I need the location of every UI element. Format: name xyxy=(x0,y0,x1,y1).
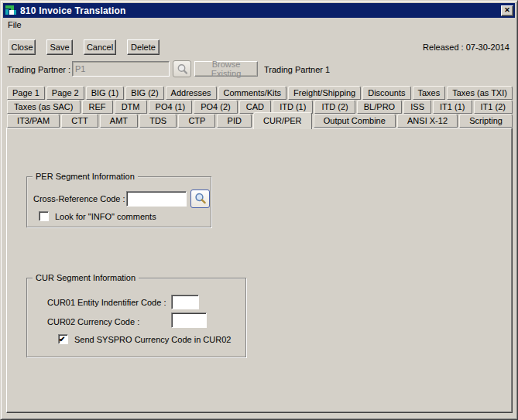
tab-big-2[interactable]: BIG (2) xyxy=(125,86,163,100)
tab-amt[interactable]: AMT xyxy=(100,114,138,128)
tab-ref[interactable]: REF xyxy=(82,100,113,114)
trading-partner-search-button[interactable] xyxy=(173,60,191,77)
per-segment-title: PER Segment Information xyxy=(33,172,138,181)
send-syspro-currency-checkbox[interactable] xyxy=(58,334,68,344)
tab-it3-pam[interactable]: IT3/PAM xyxy=(7,114,60,128)
send-syspro-currency-checkbox-label: Send SYSPRO Currency Code in CUR02 xyxy=(74,335,231,344)
cross-reference-code-label: Cross-Reference Code : xyxy=(33,194,125,203)
close-icon: ✕ xyxy=(504,7,510,14)
cur01-entity-identifier-label: CUR01 Entity Indentifier Code : xyxy=(47,298,166,307)
tab-output-combine[interactable]: Output Combine xyxy=(314,114,396,128)
tab-iss[interactable]: ISS xyxy=(403,100,431,114)
cur02-currency-code-input[interactable] xyxy=(171,312,207,328)
tab-page-2[interactable]: Page 2 xyxy=(46,86,84,100)
browse-existing-button[interactable]: Browse Existing xyxy=(194,61,258,77)
tab-row-1: Page 1Page 2BIG (1)BIG (2)AddressesComme… xyxy=(7,86,513,100)
released-date-label: Released : 07-30-2014 xyxy=(423,43,509,52)
tab-addresses[interactable]: Addresses xyxy=(166,86,217,100)
dialog-810-invoice-translation: 810 Invoice Translation ✕ File Close Sav… xyxy=(0,0,518,420)
magnifier-icon xyxy=(194,192,208,206)
close-button[interactable]: Close xyxy=(9,39,36,55)
save-button[interactable]: Save xyxy=(46,39,73,55)
tab-tds[interactable]: TDS xyxy=(139,114,177,128)
tab-ctt[interactable]: CTT xyxy=(61,114,98,128)
tab-it1-2[interactable]: IT1 (2) xyxy=(474,100,513,114)
trading-partner-label: Trading Partner : xyxy=(7,65,70,74)
cross-reference-code-input[interactable] xyxy=(126,191,187,207)
tab-po4-1[interactable]: PO4 (1) xyxy=(149,100,193,114)
tab-taxes-as-txi[interactable]: Taxes (as TXI) xyxy=(447,86,513,100)
tab-strip: Page 1Page 2BIG (1)BIG (2)AddressesComme… xyxy=(7,86,513,128)
tab-bl-pro[interactable]: BL/PRO xyxy=(357,100,402,114)
cross-reference-search-button[interactable] xyxy=(190,190,210,208)
tab-discounts[interactable]: Discounts xyxy=(362,86,410,100)
tab-dtm[interactable]: DTM xyxy=(115,100,147,114)
tab-po4-2[interactable]: PO4 (2) xyxy=(194,100,238,114)
trading-partner-input[interactable] xyxy=(72,61,170,77)
magnifier-icon xyxy=(176,63,189,76)
menu-bar: File xyxy=(4,19,26,32)
tab-it1-1[interactable]: IT1 (1) xyxy=(433,100,472,114)
delete-button[interactable]: Delete xyxy=(127,39,160,55)
tab-taxes[interactable]: Taxes xyxy=(413,86,446,100)
title-bar: 810 Invoice Translation ✕ xyxy=(3,3,515,18)
look-info-checkbox[interactable] xyxy=(39,211,49,221)
tab-freight-shipping[interactable]: Freight/Shipping xyxy=(288,86,361,100)
cancel-button[interactable]: Cancel xyxy=(84,39,116,55)
tab-cur-per[interactable]: CUR/PER xyxy=(253,112,312,129)
cur01-entity-identifier-input[interactable] xyxy=(171,295,199,309)
window-title: 810 Invoice Translation xyxy=(20,5,498,16)
tab-page-cur-per: PER Segment Information Cross-Reference … xyxy=(6,128,513,413)
cur-segment-groupbox: CUR Segment Information CUR01 Entity Ind… xyxy=(26,278,246,357)
tab-big-1[interactable]: BIG (1) xyxy=(86,86,124,100)
cur-segment-title: CUR Segment Information xyxy=(33,273,139,282)
close-window-button[interactable]: ✕ xyxy=(501,5,513,16)
tab-comments-kits[interactable]: Comments/Kits xyxy=(218,86,287,100)
tab-ansi-x-12[interactable]: ANSI X-12 xyxy=(397,114,458,128)
per-segment-groupbox: PER Segment Information Cross-Reference … xyxy=(26,176,211,227)
tab-pid[interactable]: PID xyxy=(217,114,252,128)
cur02-currency-code-label: CUR02 Currency Code : xyxy=(47,317,139,326)
trading-partner-name: Trading Partner 1 xyxy=(264,65,330,74)
look-info-checkbox-label: Look for "INFO" comments xyxy=(55,212,156,221)
tab-taxes-as-sac[interactable]: Taxes (as SAC) xyxy=(7,100,81,114)
menu-file[interactable]: File xyxy=(4,19,26,32)
app-icon xyxy=(5,5,17,17)
tab-page-1[interactable]: Page 1 xyxy=(7,86,45,100)
tab-scripting[interactable]: Scripting xyxy=(459,114,513,128)
tab-itd-2[interactable]: ITD (2) xyxy=(314,100,355,114)
tab-row-3: IT3/PAMCTTAMTTDSCTPPIDCUR/PEROutput Comb… xyxy=(7,114,513,128)
tab-ctp[interactable]: CTP xyxy=(178,114,215,128)
